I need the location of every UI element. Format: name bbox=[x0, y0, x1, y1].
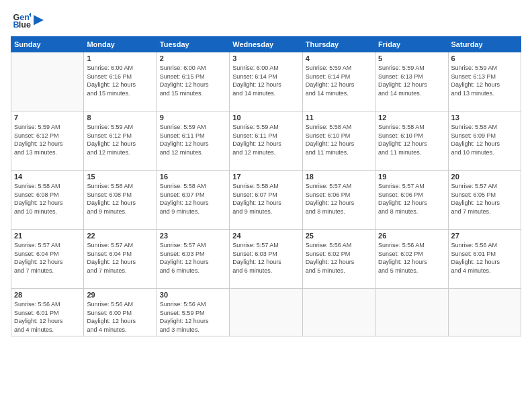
calendar-cell bbox=[448, 289, 521, 336]
calendar-week-2: 7Sunrise: 5:59 AMSunset: 6:12 PMDaylight… bbox=[11, 111, 521, 171]
calendar-cell: 2Sunrise: 6:00 AMSunset: 6:15 PMDaylight… bbox=[157, 52, 229, 111]
calendar-cell: 25Sunrise: 5:56 AMSunset: 6:02 PMDayligh… bbox=[302, 230, 375, 289]
day-number: 12 bbox=[378, 113, 445, 122]
calendar-cell bbox=[302, 289, 375, 336]
calendar-week-5: 28Sunrise: 5:56 AMSunset: 6:01 PMDayligh… bbox=[11, 289, 521, 336]
calendar-cell: 26Sunrise: 5:56 AMSunset: 6:02 PMDayligh… bbox=[375, 230, 448, 289]
day-info: Sunrise: 5:57 AMSunset: 6:03 PMDaylight:… bbox=[160, 241, 226, 275]
day-number: 17 bbox=[232, 173, 299, 181]
calendar-cell: 12Sunrise: 5:58 AMSunset: 6:10 PMDayligh… bbox=[375, 111, 448, 171]
calendar-cell: 7Sunrise: 5:59 AMSunset: 6:12 PMDaylight… bbox=[11, 111, 84, 171]
calendar-cell: 20Sunrise: 5:57 AMSunset: 6:05 PMDayligh… bbox=[448, 171, 521, 230]
day-number: 10 bbox=[232, 113, 299, 122]
day-number: 21 bbox=[14, 232, 81, 240]
day-number: 22 bbox=[87, 232, 153, 240]
weekday-header-wednesday: Wednesday bbox=[230, 37, 302, 52]
day-number: 28 bbox=[14, 291, 81, 299]
day-info: Sunrise: 5:59 AMSunset: 6:13 PMDaylight:… bbox=[378, 64, 445, 97]
day-info: Sunrise: 5:57 AMSunset: 6:04 PMDaylight:… bbox=[87, 241, 153, 275]
day-number: 24 bbox=[232, 232, 299, 240]
day-info: Sunrise: 5:59 AMSunset: 6:12 PMDaylight:… bbox=[87, 123, 153, 156]
weekday-header-friday: Friday bbox=[375, 37, 448, 52]
day-info: Sunrise: 6:00 AMSunset: 6:15 PMDaylight:… bbox=[160, 64, 226, 97]
weekday-header-row: SundayMondayTuesdayWednesdayThursdayFrid… bbox=[11, 37, 521, 52]
calendar-page: G en B lue ▶ SundayMondayTuesdayWednesda… bbox=[0, 0, 532, 411]
day-number: 5 bbox=[378, 54, 445, 62]
day-info: Sunrise: 5:58 AMSunset: 6:10 PMDaylight:… bbox=[306, 123, 372, 156]
calendar-week-1: 1Sunrise: 6:00 AMSunset: 6:16 PMDaylight… bbox=[11, 52, 521, 111]
day-info: Sunrise: 5:58 AMSunset: 6:07 PMDaylight:… bbox=[232, 182, 299, 216]
day-info: Sunrise: 5:57 AMSunset: 6:05 PMDaylight:… bbox=[451, 182, 518, 216]
day-number: 25 bbox=[306, 232, 372, 240]
calendar-cell: 8Sunrise: 5:59 AMSunset: 6:12 PMDaylight… bbox=[84, 111, 157, 171]
calendar-cell: 19Sunrise: 5:57 AMSunset: 6:06 PMDayligh… bbox=[375, 171, 448, 230]
day-info: Sunrise: 5:57 AMSunset: 6:03 PMDaylight:… bbox=[232, 241, 299, 275]
day-number: 26 bbox=[378, 232, 445, 240]
calendar-cell: 14Sunrise: 5:58 AMSunset: 6:08 PMDayligh… bbox=[11, 171, 84, 230]
calendar-cell: 13Sunrise: 5:58 AMSunset: 6:09 PMDayligh… bbox=[448, 111, 521, 171]
calendar-cell: 27Sunrise: 5:56 AMSunset: 6:01 PMDayligh… bbox=[448, 230, 521, 289]
calendar-body: 1Sunrise: 6:00 AMSunset: 6:16 PMDaylight… bbox=[11, 52, 521, 336]
day-number: 3 bbox=[232, 54, 299, 62]
page-header: G en B lue ▶ bbox=[11, 11, 521, 30]
day-number: 20 bbox=[451, 173, 518, 181]
day-number: 2 bbox=[160, 54, 226, 62]
day-info: Sunrise: 5:59 AMSunset: 6:14 PMDaylight:… bbox=[306, 64, 372, 97]
day-number: 15 bbox=[87, 173, 153, 181]
day-number: 7 bbox=[14, 113, 81, 122]
day-info: Sunrise: 5:59 AMSunset: 6:13 PMDaylight:… bbox=[451, 64, 518, 97]
weekday-header-tuesday: Tuesday bbox=[157, 37, 229, 52]
day-number: 9 bbox=[160, 113, 226, 122]
calendar-cell: 29Sunrise: 5:56 AMSunset: 6:00 PMDayligh… bbox=[84, 289, 157, 336]
day-info: Sunrise: 5:58 AMSunset: 6:10 PMDaylight:… bbox=[378, 123, 445, 156]
day-info: Sunrise: 5:58 AMSunset: 6:07 PMDaylight:… bbox=[160, 182, 226, 216]
day-number: 18 bbox=[306, 173, 372, 181]
calendar-week-4: 21Sunrise: 5:57 AMSunset: 6:04 PMDayligh… bbox=[11, 230, 521, 289]
day-number: 19 bbox=[378, 173, 445, 181]
calendar-cell: 17Sunrise: 5:58 AMSunset: 6:07 PMDayligh… bbox=[230, 171, 302, 230]
day-number: 13 bbox=[451, 113, 518, 122]
calendar-cell: 1Sunrise: 6:00 AMSunset: 6:16 PMDaylight… bbox=[84, 52, 157, 111]
day-info: Sunrise: 5:56 AMSunset: 6:02 PMDaylight:… bbox=[378, 241, 445, 275]
calendar-cell: 30Sunrise: 5:56 AMSunset: 5:59 PMDayligh… bbox=[157, 289, 229, 336]
day-number: 29 bbox=[87, 291, 153, 299]
day-number: 1 bbox=[87, 54, 153, 62]
calendar-week-3: 14Sunrise: 5:58 AMSunset: 6:08 PMDayligh… bbox=[11, 171, 521, 230]
day-number: 23 bbox=[160, 232, 226, 240]
calendar-cell: 5Sunrise: 5:59 AMSunset: 6:13 PMDaylight… bbox=[375, 52, 448, 111]
calendar-cell: 4Sunrise: 5:59 AMSunset: 6:14 PMDaylight… bbox=[302, 52, 375, 111]
day-info: Sunrise: 5:58 AMSunset: 6:08 PMDaylight:… bbox=[87, 182, 153, 216]
day-info: Sunrise: 5:57 AMSunset: 6:06 PMDaylight:… bbox=[378, 182, 445, 216]
svg-text:lue: lue bbox=[19, 20, 31, 30]
day-number: 4 bbox=[306, 54, 372, 62]
weekday-header-monday: Monday bbox=[84, 37, 157, 52]
day-number: 16 bbox=[160, 173, 226, 181]
weekday-header-sunday: Sunday bbox=[11, 37, 84, 52]
calendar-cell bbox=[11, 52, 84, 111]
calendar-cell: 6Sunrise: 5:59 AMSunset: 6:13 PMDaylight… bbox=[448, 52, 521, 111]
calendar-cell: 3Sunrise: 6:00 AMSunset: 6:14 PMDaylight… bbox=[230, 52, 302, 111]
day-info: Sunrise: 5:57 AMSunset: 6:06 PMDaylight:… bbox=[306, 182, 372, 216]
calendar-cell bbox=[375, 289, 448, 336]
day-info: Sunrise: 5:56 AMSunset: 5:59 PMDaylight:… bbox=[160, 300, 226, 334]
day-number: 11 bbox=[306, 113, 372, 122]
calendar-table: SundayMondayTuesdayWednesdayThursdayFrid… bbox=[11, 36, 521, 336]
day-number: 14 bbox=[14, 173, 81, 181]
day-number: 27 bbox=[451, 232, 518, 240]
day-info: Sunrise: 5:56 AMSunset: 6:02 PMDaylight:… bbox=[306, 241, 372, 275]
weekday-header-thursday: Thursday bbox=[302, 37, 375, 52]
day-info: Sunrise: 5:59 AMSunset: 6:11 PMDaylight:… bbox=[160, 123, 226, 156]
weekday-header-saturday: Saturday bbox=[448, 37, 521, 52]
day-info: Sunrise: 6:00 AMSunset: 6:16 PMDaylight:… bbox=[87, 64, 153, 97]
day-number: 30 bbox=[160, 291, 226, 299]
day-info: Sunrise: 5:56 AMSunset: 6:01 PMDaylight:… bbox=[451, 241, 518, 275]
day-number: 6 bbox=[451, 54, 518, 62]
day-info: Sunrise: 5:59 AMSunset: 6:11 PMDaylight:… bbox=[232, 123, 299, 156]
day-info: Sunrise: 6:00 AMSunset: 6:14 PMDaylight:… bbox=[232, 64, 299, 97]
calendar-cell: 23Sunrise: 5:57 AMSunset: 6:03 PMDayligh… bbox=[157, 230, 229, 289]
calendar-cell: 15Sunrise: 5:58 AMSunset: 6:08 PMDayligh… bbox=[84, 171, 157, 230]
calendar-cell: 9Sunrise: 5:59 AMSunset: 6:11 PMDaylight… bbox=[157, 111, 229, 171]
logo-icon: G en B lue bbox=[12, 11, 31, 30]
day-info: Sunrise: 5:56 AMSunset: 6:01 PMDaylight:… bbox=[14, 300, 81, 334]
calendar-cell: 18Sunrise: 5:57 AMSunset: 6:06 PMDayligh… bbox=[302, 171, 375, 230]
